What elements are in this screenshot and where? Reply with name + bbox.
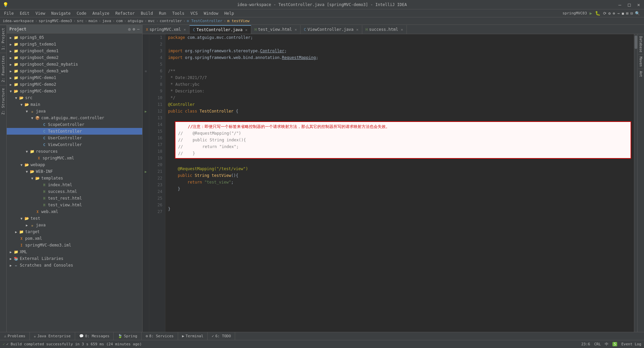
menu-view[interactable]: View xyxy=(33,10,48,16)
tree-item-user-controller[interactable]: C UserController xyxy=(7,135,142,141)
tree-item-main[interactable]: ▼ 📂 main xyxy=(7,101,142,108)
line-separator[interactable]: CRL xyxy=(594,342,601,346)
tree-item-iml[interactable]: I springMVC-demo3.iml xyxy=(7,242,142,249)
tree-item-java[interactable]: ▼ ☕ java xyxy=(7,108,142,115)
tree-item-springmvc-demo2[interactable]: ▶ 📁 springMVC-demo2 xyxy=(7,81,142,88)
locate-icon[interactable]: ◎ xyxy=(128,27,130,31)
tree-item-resources[interactable]: ▼ 📁 resources xyxy=(7,148,142,155)
tree-item-springboot-demo2-mybatis[interactable]: ▶ 📁 springboot_demo2_mybatis xyxy=(7,61,142,68)
run-button[interactable]: ▶ xyxy=(590,11,592,16)
tree-item-src[interactable]: ▼ 📂 src xyxy=(7,94,142,101)
code-editor[interactable]: ≡ ▶ ▶ xyxy=(143,34,644,332)
tab-close-vc[interactable]: ✕ xyxy=(356,27,359,32)
tree-item-templates[interactable]: ▼ 📂 templates xyxy=(7,175,142,182)
tree-item-springmvc-demo1[interactable]: ▶ 📁 springMVC-demo1 xyxy=(7,74,142,81)
tree-item-xml-root[interactable]: ▶ 📁 XML xyxy=(7,249,142,255)
tree-item-springmvc-xml[interactable]: X springMVC.xml xyxy=(7,155,142,161)
settings-icon[interactable]: ⚙ xyxy=(133,27,135,31)
tab-success-html[interactable]: H success.html ✕ xyxy=(362,25,407,34)
tab-close-xml[interactable]: ✕ xyxy=(184,27,186,32)
tab-test-view-html[interactable]: H test_view.html ✕ xyxy=(251,25,301,34)
tree-item-external-libraries[interactable]: ▶ 📚 External Libraries xyxy=(7,255,142,262)
menu-build[interactable]: Build xyxy=(138,10,156,16)
menu-tools[interactable]: Tools xyxy=(170,10,187,16)
tree-item-scratches[interactable]: ▶ ✏️ Scratches and Consoles xyxy=(7,262,142,269)
bc-mvc[interactable]: mvc xyxy=(148,19,155,23)
gutter-12[interactable]: ▶ xyxy=(143,108,149,115)
tree-item-springboot-demo2[interactable]: ▶ 📁 springboot_demo2 xyxy=(7,54,142,61)
bottom-tab-messages[interactable]: 💬 0: Messages xyxy=(75,332,114,340)
tree-item-springboot-demo1[interactable]: ▶ 📁 springboot_demo1 xyxy=(7,48,142,54)
bc-method[interactable]: m testView xyxy=(227,19,250,23)
bc-atguigu[interactable]: atguigu xyxy=(128,19,143,23)
tree-item-spring5-05[interactable]: ▶ 📁 spring5_05 xyxy=(7,34,142,41)
bottom-tab-problems[interactable]: ⚠ Problems xyxy=(0,332,30,340)
language-indicator[interactable]: 中 xyxy=(605,342,608,347)
menu-code[interactable]: Code xyxy=(74,10,89,16)
tree-item-spring5-txdemo1[interactable]: ▶ 📁 spring5_txdemo1 xyxy=(7,41,142,48)
right-tab-maven[interactable]: Maven xyxy=(638,55,643,69)
tree-item-test-controller[interactable]: C TestController xyxy=(7,128,142,135)
minimize-button[interactable]: – xyxy=(617,2,623,7)
bc-src[interactable]: src xyxy=(77,19,84,23)
bc-file[interactable]: ⊙ TestController xyxy=(187,19,222,23)
tree-item-index-html[interactable]: H index.html xyxy=(7,182,142,188)
tree-item-springmvc-demo3[interactable]: ▼ 📂 springMVC-demo3 xyxy=(7,88,142,94)
bc-java[interactable]: java xyxy=(102,19,111,23)
tab-close-success[interactable]: ✕ xyxy=(401,27,403,32)
hide-icon[interactable]: – xyxy=(137,27,140,31)
bc-workspace[interactable]: idea-workspace xyxy=(3,19,34,23)
bottom-tab-todo[interactable]: ✓ 6: TODO xyxy=(208,332,235,340)
tree-item-test-java[interactable]: ▶ ☕ java xyxy=(7,222,142,228)
menu-help[interactable]: Help xyxy=(222,10,237,16)
tree-item-package[interactable]: ▼ 📦 com.atguigu.mvc.controller xyxy=(7,115,142,121)
project-tree[interactable]: ▶ 📁 spring5_05 ▶ 📁 spring5_txdemo1 ▶ 📁 s… xyxy=(7,33,142,332)
tab-testcontroller[interactable]: C TestController.java ✕ xyxy=(190,25,251,34)
menu-file[interactable]: File xyxy=(1,10,16,16)
tree-item-pom-xml[interactable]: X pom.xml xyxy=(7,235,142,242)
left-tab-project[interactable]: 1: Project xyxy=(0,25,6,53)
close-button[interactable]: ✕ xyxy=(636,2,641,7)
right-tab-database[interactable]: Database xyxy=(638,34,643,55)
debug-button[interactable]: 🐛 xyxy=(595,11,600,16)
bottom-tab-java-enterprise[interactable]: ☕ Java Enterprise xyxy=(30,332,75,340)
bottom-tab-services[interactable]: ⚙ 8: Services xyxy=(142,332,178,340)
tree-item-springboot-demo3-web[interactable]: ▶ 📁 springboot_demo3_web xyxy=(7,68,142,74)
tree-item-success-html[interactable]: H success.html xyxy=(7,188,142,195)
tab-close-html[interactable]: ✕ xyxy=(294,27,297,32)
tree-item-webapp[interactable]: ▼ 📂 webapp xyxy=(7,161,142,168)
menu-edit[interactable]: Edit xyxy=(17,10,32,16)
tree-item-web-xml[interactable]: X web.xml xyxy=(7,208,142,215)
event-log[interactable]: Event Log xyxy=(621,342,641,346)
bc-project[interactable]: springMVC-demo3 xyxy=(39,19,72,23)
bottom-tab-spring[interactable]: 🍃 Spring xyxy=(114,332,142,340)
gutter-21[interactable]: ▶ xyxy=(143,168,149,175)
tree-item-view-controller[interactable]: C ViewController xyxy=(7,141,142,148)
bc-main[interactable]: main xyxy=(89,19,98,23)
bc-controller[interactable]: controller xyxy=(160,19,182,23)
bc-com[interactable]: com xyxy=(116,19,123,23)
maximize-button[interactable]: □ xyxy=(627,2,632,7)
scrollbar-track[interactable] xyxy=(634,34,637,332)
left-tab-structure[interactable]: Z: Structure xyxy=(0,85,6,117)
tree-item-test-view-html[interactable]: H test_view.html xyxy=(7,202,142,208)
tree-item-test[interactable]: ▼ 📂 test xyxy=(7,215,142,222)
menu-window[interactable]: Window xyxy=(201,10,221,16)
left-tab-favorites[interactable]: 2: Favorites xyxy=(0,53,6,85)
tree-item-test-rest-html[interactable]: H test_rest.html xyxy=(7,195,142,202)
code-content[interactable]: package com.atguigu.mvc.controller; impo… xyxy=(165,34,634,332)
tab-close-java[interactable]: ✕ xyxy=(245,28,248,32)
menu-refactor[interactable]: Refactor xyxy=(113,10,138,16)
tab-viewcontroller[interactable]: C ViewController.java ✕ xyxy=(301,25,362,34)
menu-vcs[interactable]: VCS xyxy=(188,10,201,16)
menu-navigate[interactable]: Navigate xyxy=(49,10,73,16)
tab-springmvc-xml[interactable]: X springMVC.xml ✕ xyxy=(143,25,190,34)
scrollbar-thumb[interactable] xyxy=(635,36,637,49)
tree-item-target[interactable]: ▶ 📁 target xyxy=(7,228,142,235)
cursor-position[interactable]: 23:6 xyxy=(581,342,590,346)
menu-run[interactable]: Run xyxy=(156,10,169,16)
tree-item-webinf[interactable]: ▼ 📂 WEB-INF xyxy=(7,168,142,175)
tree-item-scope-controller[interactable]: C ScopeController xyxy=(7,121,142,128)
menu-analyze[interactable]: Analyze xyxy=(90,10,112,16)
right-tab-ant[interactable]: Ant xyxy=(638,69,643,79)
